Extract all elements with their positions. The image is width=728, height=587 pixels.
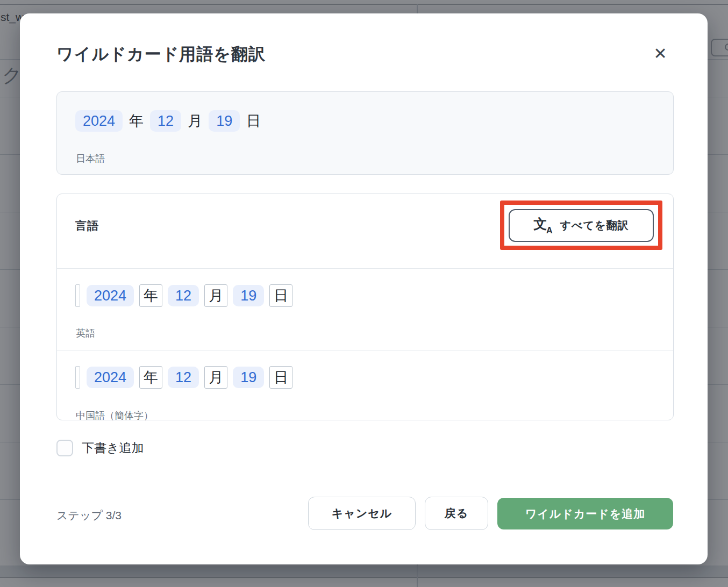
translation-row-english-tokens: 2024年12月19日: [75, 284, 292, 307]
day-unit-segment[interactable]: 日: [269, 284, 292, 307]
translate-wildcard-dialog: ワイルドカード用語を翻訳 ✕ 2024年12月19日 日本語 言語 文 A すべ…: [20, 13, 708, 564]
dialog-title: ワイルドカード用語を翻訳: [56, 43, 266, 66]
translate-all-label: すべてを翻訳: [560, 218, 629, 233]
languages-card: 言語 文 A すべてを翻訳 2024年12月19日 英語 2024年12月19日…: [56, 194, 674, 420]
translate-icon: 文 A: [534, 217, 553, 234]
day-value-token[interactable]: 19: [209, 110, 240, 132]
close-icon[interactable]: ✕: [650, 44, 670, 64]
month-value-token[interactable]: 12: [168, 285, 199, 306]
text-cursor[interactable]: [75, 284, 80, 307]
translation-row-chinese-label: 中国語（簡体字）: [76, 409, 153, 422]
day-unit-segment[interactable]: 日: [269, 366, 292, 389]
source-term-card: 2024年12月19日 日本語: [56, 91, 674, 175]
month-unit-segment[interactable]: 月: [204, 284, 227, 307]
year-unit-segment[interactable]: 年: [139, 284, 162, 307]
year-value-token[interactable]: 2024: [87, 285, 134, 306]
month-value-token[interactable]: 12: [168, 367, 199, 388]
languages-header: 言語: [75, 218, 99, 233]
year-unit-segment[interactable]: 年: [139, 366, 162, 389]
year-value-token[interactable]: 2024: [87, 367, 134, 388]
cancel-button[interactable]: キャンセル: [308, 497, 416, 530]
month-unit: 月: [187, 110, 203, 132]
translation-row-chinese-tokens: 2024年12月19日: [75, 366, 292, 389]
year-value-token[interactable]: 2024: [75, 110, 123, 132]
source-term-tokens: 2024年12月19日: [75, 110, 262, 132]
day-value-token[interactable]: 19: [233, 367, 264, 388]
annotation-highlight: 文 A すべてを翻訳: [500, 201, 662, 250]
month-value-token[interactable]: 12: [150, 110, 181, 132]
draft-checkbox-row: 下書き追加: [56, 440, 144, 456]
back-button[interactable]: 戻る: [425, 497, 488, 530]
text-cursor[interactable]: [75, 366, 80, 389]
row-divider: [57, 268, 673, 269]
year-unit: 年: [128, 110, 145, 132]
row-divider: [57, 350, 673, 350]
month-unit-segment[interactable]: 月: [204, 366, 227, 389]
step-indicator: ステップ 3/3: [56, 508, 122, 523]
add-wildcard-button[interactable]: ワイルドカードを追加: [497, 498, 673, 529]
draft-checkbox-label: 下書き追加: [82, 440, 144, 456]
day-unit: 日: [245, 110, 262, 132]
day-value-token[interactable]: 19: [233, 285, 264, 306]
draft-checkbox[interactable]: [56, 440, 73, 456]
source-language-label: 日本語: [76, 152, 105, 165]
translate-all-button[interactable]: 文 A すべてを翻訳: [509, 209, 654, 242]
translation-row-english-label: 英語: [76, 327, 95, 340]
